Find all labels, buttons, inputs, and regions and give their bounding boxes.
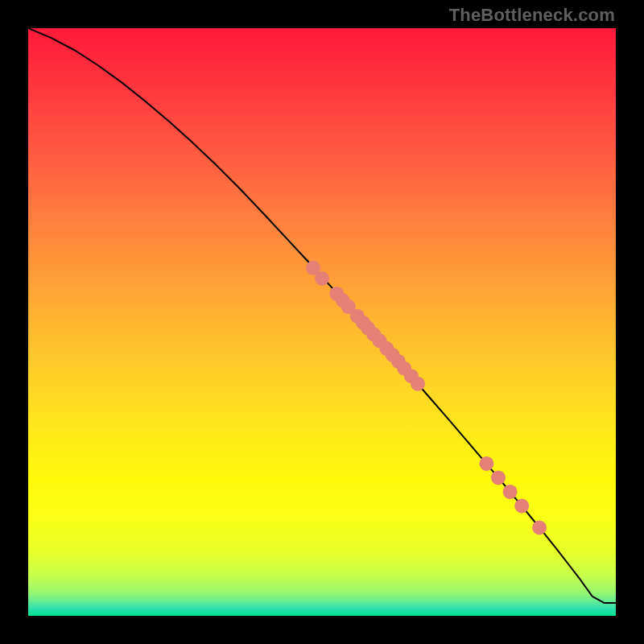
chart-background bbox=[28, 28, 616, 616]
data-marker bbox=[503, 485, 518, 499]
data-marker bbox=[479, 456, 493, 471]
data-marker bbox=[411, 377, 425, 391]
watermark-text: TheBottleneck.com bbox=[449, 5, 615, 26]
data-marker bbox=[491, 470, 506, 485]
chart-svg bbox=[28, 28, 616, 616]
data-marker bbox=[532, 521, 547, 535]
data-marker bbox=[315, 271, 329, 286]
chart-frame: TheBottleneck.com bbox=[0, 0, 644, 644]
chart-plot-area bbox=[28, 28, 616, 616]
data-marker bbox=[514, 498, 529, 513]
